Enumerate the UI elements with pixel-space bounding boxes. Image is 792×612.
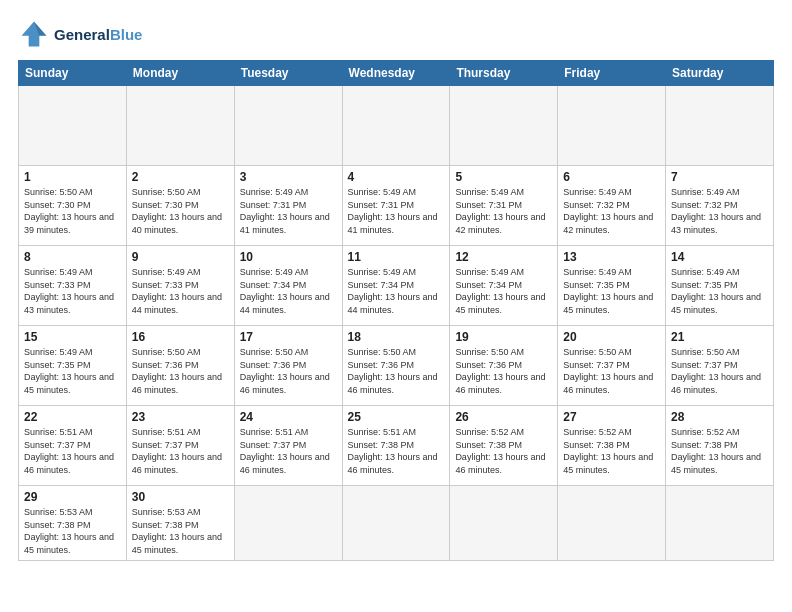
calendar-cell — [450, 486, 558, 561]
calendar-cell: 24Sunrise: 5:51 AMSunset: 7:37 PMDayligh… — [234, 406, 342, 486]
day-info: Sunrise: 5:50 AMSunset: 7:37 PMDaylight:… — [671, 346, 768, 396]
day-info: Sunrise: 5:53 AMSunset: 7:38 PMDaylight:… — [132, 506, 229, 556]
logo-icon — [18, 18, 50, 50]
day-info: Sunrise: 5:50 AMSunset: 7:30 PMDaylight:… — [132, 186, 229, 236]
day-number: 5 — [455, 170, 552, 184]
week-row: 22Sunrise: 5:51 AMSunset: 7:37 PMDayligh… — [19, 406, 774, 486]
calendar-cell: 29Sunrise: 5:53 AMSunset: 7:38 PMDayligh… — [19, 486, 127, 561]
calendar-cell — [666, 86, 774, 166]
day-info: Sunrise: 5:50 AMSunset: 7:36 PMDaylight:… — [455, 346, 552, 396]
day-number: 18 — [348, 330, 445, 344]
weekday-header: Wednesday — [342, 61, 450, 86]
day-info: Sunrise: 5:49 AMSunset: 7:35 PMDaylight:… — [24, 346, 121, 396]
week-row — [19, 86, 774, 166]
calendar-cell: 8Sunrise: 5:49 AMSunset: 7:33 PMDaylight… — [19, 246, 127, 326]
calendar-cell — [234, 486, 342, 561]
day-info: Sunrise: 5:49 AMSunset: 7:34 PMDaylight:… — [348, 266, 445, 316]
day-number: 11 — [348, 250, 445, 264]
calendar-cell: 17Sunrise: 5:50 AMSunset: 7:36 PMDayligh… — [234, 326, 342, 406]
header: GeneralBlue — [18, 18, 774, 50]
calendar-cell: 16Sunrise: 5:50 AMSunset: 7:36 PMDayligh… — [126, 326, 234, 406]
calendar-cell: 20Sunrise: 5:50 AMSunset: 7:37 PMDayligh… — [558, 326, 666, 406]
calendar-table: SundayMondayTuesdayWednesdayThursdayFrid… — [18, 60, 774, 561]
weekday-header: Sunday — [19, 61, 127, 86]
day-number: 3 — [240, 170, 337, 184]
logo: GeneralBlue — [18, 18, 142, 50]
week-row: 29Sunrise: 5:53 AMSunset: 7:38 PMDayligh… — [19, 486, 774, 561]
calendar-cell: 23Sunrise: 5:51 AMSunset: 7:37 PMDayligh… — [126, 406, 234, 486]
day-info: Sunrise: 5:51 AMSunset: 7:37 PMDaylight:… — [240, 426, 337, 476]
calendar-cell: 21Sunrise: 5:50 AMSunset: 7:37 PMDayligh… — [666, 326, 774, 406]
calendar-cell: 4Sunrise: 5:49 AMSunset: 7:31 PMDaylight… — [342, 166, 450, 246]
day-info: Sunrise: 5:52 AMSunset: 7:38 PMDaylight:… — [455, 426, 552, 476]
day-number: 22 — [24, 410, 121, 424]
weekday-header: Thursday — [450, 61, 558, 86]
weekday-header: Monday — [126, 61, 234, 86]
day-info: Sunrise: 5:50 AMSunset: 7:36 PMDaylight:… — [348, 346, 445, 396]
calendar-cell — [342, 86, 450, 166]
weekday-header: Tuesday — [234, 61, 342, 86]
calendar-cell: 25Sunrise: 5:51 AMSunset: 7:38 PMDayligh… — [342, 406, 450, 486]
day-info: Sunrise: 5:49 AMSunset: 7:34 PMDaylight:… — [240, 266, 337, 316]
calendar-cell — [234, 86, 342, 166]
day-number: 27 — [563, 410, 660, 424]
weekday-header: Saturday — [666, 61, 774, 86]
day-info: Sunrise: 5:49 AMSunset: 7:35 PMDaylight:… — [671, 266, 768, 316]
day-number: 24 — [240, 410, 337, 424]
day-number: 15 — [24, 330, 121, 344]
day-number: 21 — [671, 330, 768, 344]
calendar-cell — [558, 86, 666, 166]
day-info: Sunrise: 5:51 AMSunset: 7:38 PMDaylight:… — [348, 426, 445, 476]
day-number: 13 — [563, 250, 660, 264]
calendar-cell: 5Sunrise: 5:49 AMSunset: 7:31 PMDaylight… — [450, 166, 558, 246]
day-number: 2 — [132, 170, 229, 184]
day-number: 19 — [455, 330, 552, 344]
day-number: 20 — [563, 330, 660, 344]
logo-text: GeneralBlue — [54, 26, 142, 43]
calendar-cell: 15Sunrise: 5:49 AMSunset: 7:35 PMDayligh… — [19, 326, 127, 406]
calendar-cell — [666, 486, 774, 561]
day-info: Sunrise: 5:50 AMSunset: 7:37 PMDaylight:… — [563, 346, 660, 396]
day-number: 4 — [348, 170, 445, 184]
day-info: Sunrise: 5:51 AMSunset: 7:37 PMDaylight:… — [132, 426, 229, 476]
week-row: 1Sunrise: 5:50 AMSunset: 7:30 PMDaylight… — [19, 166, 774, 246]
day-number: 17 — [240, 330, 337, 344]
day-info: Sunrise: 5:49 AMSunset: 7:34 PMDaylight:… — [455, 266, 552, 316]
day-number: 12 — [455, 250, 552, 264]
day-info: Sunrise: 5:50 AMSunset: 7:36 PMDaylight:… — [132, 346, 229, 396]
calendar-cell: 19Sunrise: 5:50 AMSunset: 7:36 PMDayligh… — [450, 326, 558, 406]
calendar-cell — [342, 486, 450, 561]
day-info: Sunrise: 5:49 AMSunset: 7:33 PMDaylight:… — [132, 266, 229, 316]
calendar-cell — [450, 86, 558, 166]
calendar-cell: 28Sunrise: 5:52 AMSunset: 7:38 PMDayligh… — [666, 406, 774, 486]
day-number: 30 — [132, 490, 229, 504]
week-row: 8Sunrise: 5:49 AMSunset: 7:33 PMDaylight… — [19, 246, 774, 326]
day-number: 9 — [132, 250, 229, 264]
page: GeneralBlue SundayMondayTuesdayWednesday… — [0, 0, 792, 612]
day-info: Sunrise: 5:51 AMSunset: 7:37 PMDaylight:… — [24, 426, 121, 476]
day-info: Sunrise: 5:52 AMSunset: 7:38 PMDaylight:… — [563, 426, 660, 476]
day-number: 6 — [563, 170, 660, 184]
day-number: 25 — [348, 410, 445, 424]
calendar-cell: 9Sunrise: 5:49 AMSunset: 7:33 PMDaylight… — [126, 246, 234, 326]
calendar-cell: 27Sunrise: 5:52 AMSunset: 7:38 PMDayligh… — [558, 406, 666, 486]
day-info: Sunrise: 5:49 AMSunset: 7:33 PMDaylight:… — [24, 266, 121, 316]
day-number: 26 — [455, 410, 552, 424]
calendar-cell: 14Sunrise: 5:49 AMSunset: 7:35 PMDayligh… — [666, 246, 774, 326]
calendar-cell: 26Sunrise: 5:52 AMSunset: 7:38 PMDayligh… — [450, 406, 558, 486]
calendar-cell: 30Sunrise: 5:53 AMSunset: 7:38 PMDayligh… — [126, 486, 234, 561]
day-number: 10 — [240, 250, 337, 264]
calendar-cell — [19, 86, 127, 166]
calendar-cell: 3Sunrise: 5:49 AMSunset: 7:31 PMDaylight… — [234, 166, 342, 246]
weekday-header-row: SundayMondayTuesdayWednesdayThursdayFrid… — [19, 61, 774, 86]
calendar-cell: 2Sunrise: 5:50 AMSunset: 7:30 PMDaylight… — [126, 166, 234, 246]
day-number: 23 — [132, 410, 229, 424]
day-number: 8 — [24, 250, 121, 264]
day-info: Sunrise: 5:49 AMSunset: 7:31 PMDaylight:… — [240, 186, 337, 236]
day-number: 14 — [671, 250, 768, 264]
calendar-cell: 6Sunrise: 5:49 AMSunset: 7:32 PMDaylight… — [558, 166, 666, 246]
calendar-cell: 7Sunrise: 5:49 AMSunset: 7:32 PMDaylight… — [666, 166, 774, 246]
day-number: 29 — [24, 490, 121, 504]
day-number: 16 — [132, 330, 229, 344]
calendar-cell: 13Sunrise: 5:49 AMSunset: 7:35 PMDayligh… — [558, 246, 666, 326]
